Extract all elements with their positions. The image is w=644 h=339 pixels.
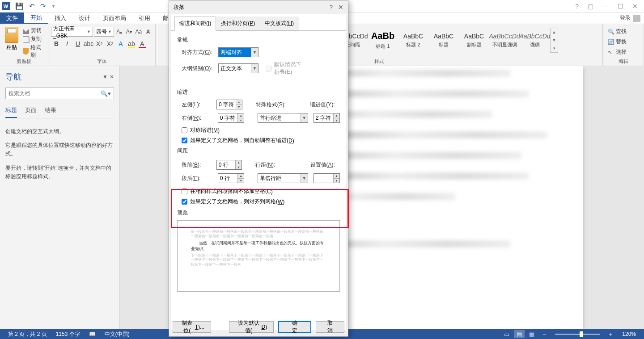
indent-by-spinner[interactable]: 2 字符▲▼ [314,113,340,123]
qat-customize-icon[interactable]: ▼ [49,4,58,8]
nav-tab-pages[interactable]: 页面 [25,106,37,118]
spin-up-icon[interactable]: ▲ [236,100,242,105]
highlight-button[interactable]: ab [126,38,137,49]
snap-grid-check[interactable]: 如果定义了文档网格，则对齐到网格(W) [177,198,340,205]
spin-up-icon[interactable]: ▲ [334,174,339,179]
style-item[interactable]: AaBbC标题 [428,27,459,53]
style-item[interactable]: AaBbCcDd强调 [520,27,550,53]
styles-expand[interactable]: ▲▼▾ [550,28,558,53]
spin-down-icon[interactable]: ▼ [236,165,242,170]
bold-button[interactable]: B [51,38,62,49]
clear-format-button[interactable]: A̷ [144,27,153,37]
nav-dropdown-icon[interactable]: ▼ [102,74,108,80]
tab-line-page[interactable]: 换行和分页(P) [216,17,260,30]
set-default-button[interactable]: 设为默认值(D) [229,321,274,333]
tab-indent-spacing[interactable]: 缩进和间距(I) [174,17,216,31]
nav-tab-headings[interactable]: 标题 [5,106,17,118]
close-icon[interactable]: ✕ [628,3,642,10]
spin-up-icon[interactable]: ▲ [238,113,244,118]
tab-design[interactable]: 设计 [72,13,97,24]
spin-down-icon[interactable]: ▼ [334,118,339,123]
font-size-combo[interactable]: 四号▼ [94,27,114,37]
login-area[interactable]: 登录 [616,13,644,24]
space-after-spinner[interactable]: 0 行▲▼ [218,173,244,183]
alignment-select[interactable]: 两端对齐 ▼ [218,47,258,57]
format-painter-button[interactable]: 格式刷 [23,44,45,59]
style-item[interactable]: AaBbC副标题 [459,27,489,53]
web-layout-icon[interactable]: ▦ [526,330,537,338]
right-indent-spinner[interactable]: 0 字符▲▼ [218,113,244,123]
spin-up-icon[interactable]: ▲ [238,174,244,179]
strikethrough-button[interactable]: abc [83,38,94,49]
copy-button[interactable]: 复制 [23,35,45,43]
line-spacing-select[interactable]: 单倍行距 ▼ [258,173,308,183]
cut-button[interactable]: 剪切 [23,27,45,34]
read-mode-icon[interactable]: ▭ [501,330,512,338]
left-indent-spinner[interactable]: 0 字符▲▼ [216,100,242,109]
undo-icon[interactable]: ↶ [26,2,38,10]
no-space-check[interactable]: 在相同样式的段落间不添加空格(C) [177,188,340,195]
print-layout-icon[interactable]: ▤ [514,330,525,338]
style-item[interactable]: AaBbC标题 2 [398,27,428,53]
cancel-button[interactable]: 取消 [316,321,344,333]
tab-insert[interactable]: 插入 [48,13,72,24]
style-item[interactable]: AaBb标题 1 [368,27,398,53]
language-status[interactable]: 中文(中国) [100,331,134,338]
special-format-select[interactable]: 首行缩进 ▼ [258,113,308,123]
dialog-close-icon[interactable]: ✕ [338,4,343,11]
find-button[interactable]: 🔍查找 [606,27,641,36]
nav-search-input[interactable] [8,90,101,96]
redo-icon[interactable]: ↷ [38,2,49,10]
dialog-help-icon[interactable]: ? [329,4,333,11]
zoom-out-icon[interactable]: − [539,330,550,338]
select-button[interactable]: ↖选择 [606,47,641,57]
subscript-button[interactable]: X2 [94,38,105,49]
font-color-button[interactable]: A [137,38,148,49]
outline-select[interactable]: 正文文本 ▼ [218,63,258,73]
font-name-combo[interactable]: 方正书宋_GBK▼ [51,27,93,37]
set-at-spinner[interactable]: ▲▼ [314,173,340,183]
help-icon[interactable]: ? [571,3,583,10]
change-case-button[interactable]: Aa [134,27,143,37]
tab-chinese[interactable]: 中文版式(H) [260,17,299,30]
nav-close-icon[interactable]: ✕ [110,74,114,80]
page-status[interactable]: 第 2 页，共 2 页 [4,331,51,338]
spin-up-icon[interactable]: ▲ [236,160,242,165]
grow-font-button[interactable]: A▴ [115,27,124,37]
replace-button[interactable]: 🔄替换 [606,37,641,46]
tab-references[interactable]: 引用 [132,13,157,24]
ribbon-display-icon[interactable]: ▢ [583,3,598,10]
zoom-in-icon[interactable]: + [605,330,616,338]
ok-button[interactable]: 确定 [278,321,311,333]
text-effects-button[interactable]: A [115,38,126,49]
auto-adjust-check[interactable]: 如果定义了文档网格，则自动调整右缩进(D) [177,137,340,144]
spin-down-icon[interactable]: ▼ [236,105,242,109]
italic-button[interactable]: I [62,38,72,49]
nav-search[interactable]: 🔍▾ [5,88,114,99]
slider-thumb[interactable] [580,331,583,337]
nav-tab-results[interactable]: 结果 [45,106,56,118]
proofing-icon[interactable]: 📖 [85,331,100,337]
spin-down-icon[interactable]: ▼ [334,179,339,183]
scroll-down-icon[interactable]: ▼ [551,36,558,44]
tab-layout[interactable]: 页面布局 [97,13,132,24]
tab-file[interactable]: 文件 [0,13,24,24]
tab-home[interactable]: 开始 [24,13,48,24]
search-icon[interactable]: 🔍▾ [101,90,111,97]
superscript-button[interactable]: X2 [105,38,115,49]
space-before-spinner[interactable]: 0 行▲▼ [216,160,242,170]
shrink-font-button[interactable]: A▾ [124,27,133,37]
word-count[interactable]: 1153 个字 [51,331,85,338]
style-item[interactable]: AaBbCcDd不明显强调 [489,27,520,53]
underline-button[interactable]: U [72,38,83,49]
spin-down-icon[interactable]: ▼ [238,118,244,123]
spin-up-icon[interactable]: ▲ [334,113,339,118]
maximize-icon[interactable]: ☐ [613,3,628,10]
zoom-level[interactable]: 120% [618,331,640,337]
expand-icon[interactable]: ▾ [551,44,558,52]
scroll-up-icon[interactable]: ▲ [551,28,558,36]
spin-down-icon[interactable]: ▼ [238,179,244,183]
minimize-icon[interactable]: — [598,3,613,10]
zoom-slider[interactable] [555,334,600,335]
paste-button[interactable]: 粘贴 [3,25,21,55]
